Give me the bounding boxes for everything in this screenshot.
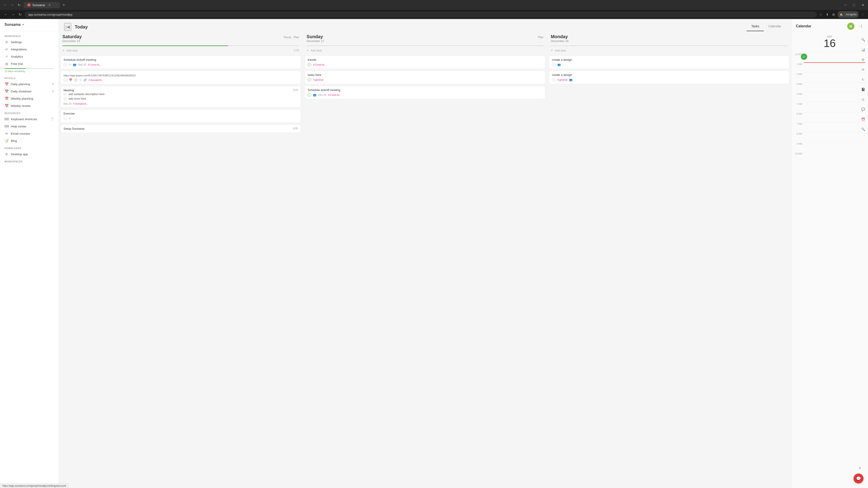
task-check[interactable]: ○ <box>552 78 556 82</box>
calendar-icon: 📅 <box>69 78 72 82</box>
subtask-check[interactable]: ✓ <box>64 97 67 100</box>
time-line-current <box>804 62 865 72</box>
zoom-in-icon[interactable]: 🔍 <box>859 36 867 44</box>
task-check[interactable]: ○ <box>64 78 67 82</box>
current-time-indicator: ✓ <box>801 54 807 60</box>
task-check[interactable]: ✓ <box>308 63 311 66</box>
time-line <box>804 142 865 152</box>
task-card[interactable]: create a design ○ #general 👥 <box>549 71 789 84</box>
sidebar-brand[interactable]: Sunsama ▾ <box>0 19 59 30</box>
task-card[interactable]: tasks here ✓ #general <box>305 71 545 84</box>
clock-icon: 🕐 <box>74 78 78 82</box>
sidebar-item-help-center[interactable]: ⌨ Help center <box>0 123 59 130</box>
action-dot: · <box>292 36 293 39</box>
saturday-day-name: Saturday <box>62 34 82 39</box>
daily-shutdown-icon: 📅 <box>4 89 8 93</box>
task-title: Exercise <box>64 112 298 115</box>
task-title: create a design <box>552 73 786 76</box>
address-input[interactable] <box>25 11 817 18</box>
saturday-add-task[interactable]: + Add task 0:55 <box>59 46 303 55</box>
back-button[interactable]: ← <box>2 2 8 8</box>
tab-tasks[interactable]: Tasks <box>747 23 764 31</box>
today-button[interactable]: Today <box>75 24 88 30</box>
add-task-plus-icon: + <box>62 48 64 53</box>
brand-text: Sunsama <box>4 23 21 27</box>
tab-close-button[interactable]: ✕ <box>49 3 51 6</box>
task-card[interactable]: Setup Sunsama 0:20 <box>61 125 301 133</box>
time-label: 4 AM <box>794 92 804 95</box>
day-monday-header: Monday December 18 <box>547 31 791 45</box>
new-tab-button[interactable]: + <box>61 2 67 8</box>
sidebar-item-integrations[interactable]: ⇄ Integrations <box>0 46 59 53</box>
add-event-button[interactable]: + <box>856 464 864 472</box>
fab-button-area: 💬 <box>854 474 864 484</box>
minimize-button[interactable]: ─ <box>842 2 848 7</box>
app-container: Sunsama ▾ WORKSPACE ⚙ Settings ⇄ Integra… <box>0 19 868 488</box>
extensions-icon[interactable]: ⊞ <box>831 12 836 17</box>
task-check[interactable]: ✓ <box>308 78 311 82</box>
browser-tab[interactable]: Sunsama ✕ <box>24 2 60 8</box>
time-row-12am: 12 AM ✓ <box>794 53 865 62</box>
nav-back-button[interactable]: |◀ <box>64 23 71 31</box>
sidebar-item-weekly-review[interactable]: 📅 Weekly review <box>0 102 59 109</box>
sunday-plan-link[interactable]: Plan <box>538 36 544 39</box>
repeat-icon: ↻ <box>69 117 71 120</box>
help-center-icon: ⌨ <box>4 124 8 128</box>
download-icon[interactable]: ⬇ <box>825 12 830 17</box>
addr-reload-button[interactable]: ↻ <box>17 11 23 18</box>
subtask-check[interactable]: ✓ <box>64 93 67 96</box>
sidebar-item-daily-planning[interactable]: 📅 Daily planning P <box>0 80 59 88</box>
task-card[interactable]: travels ✓ #Cross-fu... <box>305 56 545 69</box>
time-grid: 12 AM ✓ 1 AM 2 AM 3 AM 4 AM <box>792 53 868 488</box>
addr-forward-button[interactable]: → <box>10 11 16 18</box>
sidebar-item-weekly-planning[interactable]: 📅 Weekly planning <box>0 95 59 102</box>
close-window-button[interactable]: ✕ <box>860 2 866 8</box>
forward-button[interactable]: → <box>9 2 16 8</box>
sidebar-item-daily-shutdown[interactable]: 📅 Daily shutdown O <box>0 88 59 95</box>
reload-button[interactable]: ↻ <box>16 2 22 8</box>
time-line <box>804 72 865 82</box>
task-card[interactable]: Meeting 0:15 ✓ add subtasks description … <box>61 86 301 107</box>
maximize-button[interactable]: □ <box>851 2 857 7</box>
task-card[interactable]: Exercise ○ ↻ <box>61 109 301 123</box>
chat-fab-button[interactable]: 💬 <box>854 474 864 484</box>
sidebar-item-desktop-app[interactable]: 🖥 Desktop app <box>0 151 59 158</box>
calendar-expand-button[interactable]: →| <box>856 23 864 30</box>
task-card[interactable]: create a design ○ 👥 <box>549 56 789 69</box>
sidebar-item-blog[interactable]: 📝 Blog <box>0 137 59 144</box>
task-card[interactable]: Schedule kickoff meeting ✓ 👥 Dec 20 #Cro… <box>305 86 545 99</box>
sidebar-item-free-trial[interactable]: ▤ Free trial <box>0 60 59 67</box>
sidebar-item-settings[interactable]: ⚙ Settings <box>0 38 59 46</box>
weekly-review-icon: 📅 <box>4 104 8 108</box>
monday-add-task[interactable]: + Add task <box>547 46 791 55</box>
time-line <box>804 82 865 92</box>
time-line <box>804 102 865 112</box>
time-line <box>804 132 865 142</box>
task-check[interactable]: ○ <box>64 117 67 120</box>
task-check[interactable]: ○ <box>64 63 67 66</box>
sidebar-item-email-courses[interactable]: ✉ Email courses <box>0 130 59 137</box>
link-icon: 🔗 <box>84 78 87 82</box>
time-label: 7 AM <box>794 122 804 125</box>
addr-back-button[interactable]: ← <box>3 11 9 18</box>
time-line: ✓ <box>804 53 865 62</box>
sunday-add-task[interactable]: + Add task <box>303 46 547 55</box>
saturday-plan-link[interactable]: Plan <box>293 36 299 39</box>
keyboard-shortcuts-icon: ⌨ <box>4 117 8 121</box>
menu-icon[interactable]: ⋮ <box>860 12 865 17</box>
sidebar-item-keyboard-shortcuts[interactable]: ⌨ Keyboard shortcuts ? <box>0 116 59 123</box>
task-check[interactable]: ✓ <box>308 93 311 97</box>
task-title: Meeting <box>64 89 291 92</box>
tab-calendar[interactable]: Calendar <box>764 23 786 31</box>
task-title: tasks here <box>308 73 542 76</box>
address-bar: ← → ↻ ☆ ⬇ ⊞ 🕵 Incognito ⋮ <box>0 10 868 19</box>
task-check[interactable]: ○ <box>552 63 556 66</box>
saturday-focus-link[interactable]: Focus <box>284 36 291 39</box>
user-avatar[interactable]: M <box>847 23 855 30</box>
workspace-section-title: WORKSPACE <box>0 32 59 38</box>
task-card[interactable]: https://app.asana.com/0/1206174676385119… <box>61 71 301 84</box>
sidebar-item-analytics[interactable]: ↗ Analytics <box>0 53 59 60</box>
bookmark-icon[interactable]: ☆ <box>818 12 823 17</box>
task-card[interactable]: Schedule kickoff meeting ○ ↻ 👥 Dec 20 #C… <box>61 56 301 69</box>
sidebar-analytics-label: Analytics <box>11 55 23 58</box>
